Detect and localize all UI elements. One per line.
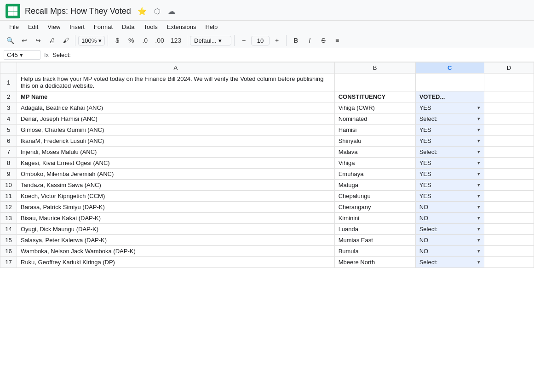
cell-d[interactable] bbox=[484, 235, 534, 246]
font-size-dec-button[interactable]: − bbox=[237, 35, 250, 46]
cell-d[interactable] bbox=[484, 191, 534, 202]
cell-reference-box[interactable]: C45 ▾ bbox=[4, 50, 40, 60]
cell-mp-name[interactable]: IkanaM, Frederick Lusuli (ANC) bbox=[17, 136, 335, 147]
print-button[interactable]: 🖨 bbox=[46, 35, 58, 46]
cell-mp-name[interactable]: Barasa, Patrick Simiyu (DAP-K) bbox=[17, 202, 335, 213]
cell-constituency[interactable]: Shinyalu bbox=[334, 136, 415, 147]
dropdown-arrow-icon[interactable]: ▾ bbox=[477, 259, 480, 265]
percent-button[interactable]: % bbox=[125, 35, 138, 46]
menu-extensions[interactable]: Extensions bbox=[163, 22, 200, 32]
cell-d[interactable] bbox=[484, 74, 534, 91]
cell-voted[interactable]: YES▾ bbox=[415, 136, 484, 147]
cell-mp-name[interactable]: Adagala, Beatrice Kahai (ANC) bbox=[17, 102, 335, 114]
cell-mp-name[interactable]: Gimose, Charles Gumini (ANC) bbox=[17, 125, 335, 136]
cell-mp-name[interactable]: Oyugi, Dick Maungu (DAP-K) bbox=[17, 224, 335, 235]
drive-icon[interactable]: ⬡ bbox=[152, 6, 162, 17]
cell-d[interactable] bbox=[484, 257, 534, 268]
dropdown-arrow-icon[interactable]: ▾ bbox=[477, 226, 480, 232]
dropdown-arrow-icon[interactable]: ▾ bbox=[477, 204, 480, 210]
cell-voted[interactable]: YES▾ bbox=[415, 125, 484, 136]
cell-constituency[interactable]: Vihiga (CWR) bbox=[334, 102, 415, 114]
cell-voted[interactable]: YES▾ bbox=[415, 102, 484, 114]
cell-constituency[interactable]: Luanda bbox=[334, 224, 415, 235]
font-size-input[interactable]: 10 bbox=[251, 36, 270, 45]
cell-constituency[interactable]: Matuga bbox=[334, 180, 415, 191]
col-header-B[interactable]: B bbox=[334, 62, 415, 74]
menu-data[interactable]: Data bbox=[118, 22, 138, 32]
strikethrough-button[interactable]: S bbox=[317, 35, 330, 46]
decimal-inc-button[interactable]: .00 bbox=[152, 35, 167, 46]
cell-constituency[interactable]: Nominated bbox=[334, 114, 415, 125]
cell-mp-name[interactable]: Denar, Joseph Hamisi (ANC) bbox=[17, 114, 335, 125]
cell-d[interactable] bbox=[484, 114, 534, 125]
menu-tools[interactable]: Tools bbox=[140, 22, 161, 32]
dropdown-arrow-icon[interactable]: ▾ bbox=[477, 171, 480, 177]
menu-file[interactable]: File bbox=[6, 22, 23, 32]
cell-constituency[interactable]: Bumula bbox=[334, 246, 415, 257]
dropdown-arrow-icon[interactable]: ▾ bbox=[477, 248, 480, 254]
cell-mp-name[interactable]: Koech, Victor Kipngetich (CCM) bbox=[17, 191, 335, 202]
cell-voted[interactable]: Select:▾ bbox=[415, 224, 484, 235]
cell-d[interactable] bbox=[484, 213, 534, 224]
cell-d[interactable] bbox=[484, 91, 534, 102]
cell-voted[interactable]: NO▾ bbox=[415, 202, 484, 213]
zoom-selector[interactable]: 100% ▾ bbox=[78, 36, 105, 45]
undo-button[interactable]: ↩ bbox=[18, 35, 31, 46]
cell-mp-name[interactable]: Wamboka, Nelson Jack Wamboka (DAP-K) bbox=[17, 246, 335, 257]
cell-d[interactable] bbox=[484, 202, 534, 213]
cell-d[interactable] bbox=[484, 147, 534, 158]
currency-button[interactable]: $ bbox=[111, 35, 124, 46]
cell-mp-name[interactable]: Help us track how your MP voted today on… bbox=[17, 74, 335, 91]
cell-constituency[interactable]: Kiminini bbox=[334, 213, 415, 224]
menu-format[interactable]: Format bbox=[90, 22, 116, 32]
cell-constituency[interactable]: Mumias East bbox=[334, 235, 415, 246]
paint-format-button[interactable]: 🖌 bbox=[59, 35, 72, 46]
col-header-D[interactable]: D bbox=[484, 62, 534, 74]
cell-voted[interactable]: Select:▾ bbox=[415, 257, 484, 268]
cell-voted[interactable]: Select:▾ bbox=[415, 147, 484, 158]
cell-ref-dropdown[interactable]: ▾ bbox=[20, 51, 23, 58]
cell-mp-name[interactable]: Injendi, Moses Malulu (ANC) bbox=[17, 147, 335, 158]
more-format-button[interactable]: ≡ bbox=[331, 35, 344, 46]
cell-d[interactable] bbox=[484, 102, 534, 114]
number-format-button[interactable]: 123 bbox=[168, 35, 184, 46]
cell-constituency[interactable]: Vihiga bbox=[334, 158, 415, 169]
menu-help[interactable]: Help bbox=[201, 22, 221, 32]
cell-voted[interactable]: NO▾ bbox=[415, 213, 484, 224]
cloud-icon[interactable]: ☁ bbox=[166, 6, 177, 17]
cell-constituency[interactable]: Cherangany bbox=[334, 202, 415, 213]
cell-d[interactable] bbox=[484, 246, 534, 257]
cell-mp-name[interactable]: Tandaza, Kassim Sawa (ANC) bbox=[17, 180, 335, 191]
font-size-inc-button[interactable]: + bbox=[270, 35, 283, 46]
dropdown-arrow-icon[interactable]: ▾ bbox=[477, 237, 480, 243]
italic-button[interactable]: I bbox=[303, 35, 316, 46]
cell-voted[interactable]: Select:▾ bbox=[415, 114, 484, 125]
cell-voted[interactable]: VOTED... bbox=[415, 91, 484, 102]
cell-mp-name[interactable]: Ruku, Geoffrey Kariuki Kiringa (DP) bbox=[17, 257, 335, 268]
cell-constituency[interactable]: Chepalungu bbox=[334, 191, 415, 202]
dropdown-arrow-icon[interactable]: ▾ bbox=[477, 215, 480, 221]
dropdown-arrow-icon[interactable]: ▾ bbox=[477, 116, 480, 122]
menu-view[interactable]: View bbox=[44, 22, 64, 32]
cell-voted[interactable]: YES▾ bbox=[415, 169, 484, 180]
redo-button[interactable]: ↪ bbox=[32, 35, 45, 46]
cell-constituency[interactable]: Emuhaya bbox=[334, 169, 415, 180]
menu-insert[interactable]: Insert bbox=[66, 22, 88, 32]
cell-d[interactable] bbox=[484, 136, 534, 147]
cell-d[interactable] bbox=[484, 180, 534, 191]
cell-d[interactable] bbox=[484, 169, 534, 180]
dropdown-arrow-icon[interactable]: ▾ bbox=[477, 149, 480, 155]
cell-voted[interactable]: NO▾ bbox=[415, 246, 484, 257]
cell-constituency[interactable]: CONSTITUENCY bbox=[334, 91, 415, 102]
cell-d[interactable] bbox=[484, 224, 534, 235]
dropdown-arrow-icon[interactable]: ▾ bbox=[477, 138, 480, 144]
col-header-A[interactable]: A bbox=[17, 62, 335, 74]
cell-mp-name[interactable]: Kagesi, Kivai Ernest Ogesi (ANC) bbox=[17, 158, 335, 169]
cell-voted[interactable]: YES▾ bbox=[415, 158, 484, 169]
dropdown-arrow-icon[interactable]: ▾ bbox=[477, 193, 480, 199]
cell-mp-name[interactable]: Omboko, Milemba Jeremiah (ANC) bbox=[17, 169, 335, 180]
search-icon[interactable]: 🔍 bbox=[4, 35, 17, 46]
cell-voted[interactable]: NO▾ bbox=[415, 235, 484, 246]
cell-mp-name[interactable]: Salasya, Peter Kalerwa (DAP-K) bbox=[17, 235, 335, 246]
decimal-dec-button[interactable]: .0 bbox=[138, 35, 151, 46]
